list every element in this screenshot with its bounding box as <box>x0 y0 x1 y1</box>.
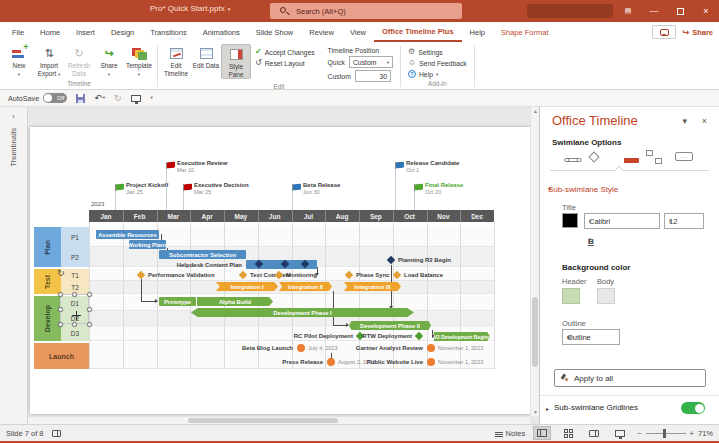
tab-animations[interactable]: Animations <box>195 22 248 42</box>
shapes-style-tab[interactable] <box>642 148 666 165</box>
task-bar-subcontractor-selection[interactable]: Subcontractor Selection <box>159 250 246 259</box>
underline-button[interactable]: U <box>588 237 594 246</box>
tab-review[interactable]: Review <box>301 22 342 42</box>
maximize-button[interactable] <box>667 0 693 22</box>
circle-milestone-icon[interactable] <box>427 358 435 366</box>
selection-handle[interactable] <box>87 322 92 327</box>
close-button[interactable]: × <box>693 0 719 22</box>
reading-view-button[interactable] <box>585 426 603 440</box>
body-color-swatch[interactable] <box>597 288 615 304</box>
task-bar-development-phase-ii[interactable]: Development Phase II <box>349 321 431 330</box>
font-size-select[interactable]: 12▾ <box>664 213 704 229</box>
task-bar-integration-i[interactable]: Integration I <box>216 282 278 291</box>
selection-handle[interactable] <box>58 322 63 327</box>
tab-view[interactable]: View <box>342 22 374 42</box>
flag-icon[interactable] <box>184 184 192 191</box>
task-bar-v2-development-begins[interactable]: V2 Development Begins <box>434 332 490 341</box>
expand-thumbnails-icon[interactable]: › <box>12 113 14 120</box>
task-bar-alpha-build[interactable]: Alpha Build <box>197 297 273 306</box>
timescale-style-tab[interactable]: ··· <box>672 148 696 165</box>
circle-milestone-icon[interactable] <box>427 344 435 352</box>
quick-position-select[interactable]: Custom ▾ <box>349 56 393 68</box>
lane-header-develop[interactable]: Develop <box>34 296 61 341</box>
lane-header-plan[interactable]: Plan <box>34 227 61 267</box>
help-button[interactable]: ? Help ▾ <box>408 70 467 78</box>
search-input[interactable]: Search (Alt+Q) <box>270 3 462 19</box>
zoom-slider[interactable] <box>646 433 686 434</box>
header-color-swatch[interactable] <box>562 288 580 304</box>
undo-button[interactable]: ↶▾ <box>94 94 105 103</box>
vertical-scrollbar[interactable]: ▲ ▼ <box>530 107 539 416</box>
pane-menu-icon[interactable]: ▾ <box>682 116 687 126</box>
document-title[interactable]: Pro* Quick Start.pptx▾ <box>150 4 230 13</box>
account-badge[interactable] <box>527 4 613 18</box>
selection-handle[interactable] <box>58 292 63 297</box>
tab-file[interactable]: File <box>4 22 32 42</box>
tab-home[interactable]: Home <box>32 22 68 42</box>
edit-timeline-button[interactable]: Edit Timeline <box>161 44 191 77</box>
selection-handle[interactable] <box>72 292 77 297</box>
task-bar-prototype[interactable]: Prototype <box>159 297 196 306</box>
autosave-toggle[interactable]: AutoSave Off <box>8 93 67 103</box>
tab-slide-show[interactable]: Slide Show <box>248 22 302 42</box>
horizontal-scroll-thumb[interactable] <box>188 418 338 423</box>
selection-handle[interactable] <box>87 307 92 312</box>
tab-insert[interactable]: Insert <box>68 22 103 42</box>
start-slideshow-button[interactable] <box>131 95 141 102</box>
custom-position-input[interactable]: 30 <box>355 70 391 82</box>
vertical-scroll-thumb[interactable] <box>532 297 538 367</box>
thumbnails-panel[interactable]: › Thumbnails <box>0 107 28 424</box>
minimize-button[interactable]: — <box>641 0 667 22</box>
task-bar-development-phase-i[interactable]: Development Phase I <box>191 308 414 317</box>
title-color-swatch[interactable] <box>562 213 578 228</box>
task-bar-integration-iii[interactable]: Integration III <box>344 282 401 291</box>
notes-button[interactable]: Notes <box>495 429 526 438</box>
accept-changes-button[interactable]: ✓ Accept Changes <box>255 48 315 56</box>
proofing-icon[interactable] <box>52 430 61 437</box>
circle-milestone-icon[interactable] <box>297 344 305 352</box>
new-button[interactable]: + New▾ <box>4 44 34 77</box>
zoom-slider-thumb[interactable] <box>663 429 666 438</box>
tab-help[interactable]: Help <box>462 22 493 42</box>
flag-icon[interactable] <box>293 184 301 191</box>
send-feedback-button[interactable]: ☺ Send Feedback <box>408 59 467 67</box>
apply-to-all-button[interactable]: Apply to all ▾ <box>554 369 706 387</box>
tab-office-timeline-plus[interactable]: Office Timeline Plus <box>374 22 462 42</box>
reset-layout-button[interactable]: ↺ Reset Layout <box>255 59 315 67</box>
tab-design[interactable]: Design <box>103 22 142 42</box>
flag-icon[interactable] <box>167 162 175 169</box>
tab-shape-format[interactable]: Shape Format <box>493 22 557 42</box>
gridlines-toggle[interactable] <box>681 402 705 414</box>
task-bar-working-plans[interactable]: Working Plans <box>129 240 166 249</box>
lane-header-launch[interactable]: Launch <box>34 343 89 369</box>
share-timeline-button[interactable]: ↪ Share▾ <box>94 44 124 77</box>
expand-icon[interactable]: ▸ <box>546 405 549 412</box>
task-bar-integration-ii[interactable]: Integration II <box>279 282 332 291</box>
selection-handle[interactable] <box>87 292 92 297</box>
flag-icon[interactable] <box>415 184 423 191</box>
import-export-button[interactable]: ⇅ Import Export ▾ <box>34 44 64 77</box>
selection-handle[interactable] <box>58 307 63 312</box>
pane-close-icon[interactable]: × <box>702 116 707 126</box>
customize-qat-button[interactable]: ▾ <box>150 96 153 101</box>
flag-icon[interactable] <box>396 162 404 169</box>
milestones-style-tab[interactable] <box>582 148 606 165</box>
rotate-handle-icon[interactable]: ↻ <box>57 268 65 278</box>
task-bar-assemble-resources[interactable]: Assemble Resources <box>96 230 159 239</box>
flag-icon[interactable] <box>116 184 124 191</box>
slide-canvas[interactable]: PlanP1P2TestT1T2DevelopD1D2D3LaunchJanFe… <box>30 127 530 414</box>
font-name-select[interactable]: Calibri▾ <box>584 213 660 229</box>
swimlanes-style-tab[interactable] <box>612 148 636 165</box>
slide-sorter-button[interactable] <box>559 426 577 440</box>
settings-button[interactable]: ⚙ Settings <box>408 48 467 56</box>
edit-data-button[interactable]: Edit Data <box>191 44 221 70</box>
template-button[interactable]: Template▾ <box>124 44 154 77</box>
zoom-in-button[interactable]: + <box>690 429 694 438</box>
selection-handle[interactable] <box>72 322 77 327</box>
normal-view-button[interactable] <box>533 426 551 440</box>
horizontal-scrollbar[interactable] <box>28 416 530 424</box>
tab-transitions[interactable]: Transitions <box>142 22 194 42</box>
ribbon-display-options-icon[interactable]: ▤ <box>615 0 641 22</box>
zoom-out-button[interactable]: − <box>637 429 641 438</box>
slideshow-button[interactable] <box>611 426 629 440</box>
